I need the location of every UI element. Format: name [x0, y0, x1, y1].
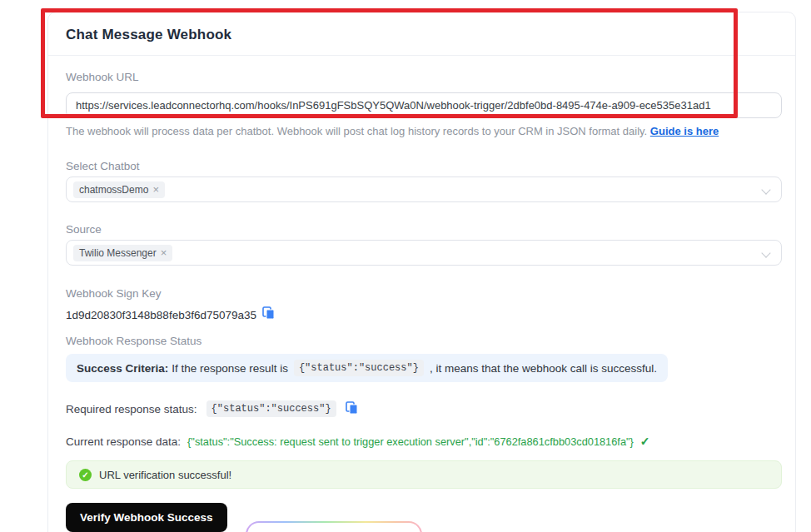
rainbow-border-panel	[246, 521, 422, 532]
criteria-bold-text: Success Criteria:	[77, 362, 168, 375]
current-response-row: Current response data: {"status":"Succes…	[66, 435, 782, 448]
chatbot-tag-label: chatmossDemo	[79, 184, 148, 196]
success-criteria-box: Success Criteria: If the response result…	[66, 354, 668, 382]
sign-key-label: Webhook Sign Key	[66, 287, 782, 300]
card-body: Webhook URL The webhook will process dat…	[48, 56, 795, 532]
guide-link[interactable]: Guide is here	[650, 125, 719, 137]
criteria-pre-text: If the response result is	[172, 362, 288, 375]
check-icon: ✓	[640, 435, 650, 448]
required-status-code: {"status":"success"}	[206, 400, 336, 417]
current-response-label: Current response data:	[66, 435, 181, 448]
criteria-post-text: , it means that the webhook call is succ…	[430, 362, 657, 375]
chatbot-tag-close-icon[interactable]: ×	[152, 184, 159, 195]
required-status-label: Required response status:	[66, 403, 197, 415]
sign-key-value: 1d9d20830f3148b88feb3f6d75079a35	[66, 309, 256, 321]
success-check-icon: ✓	[79, 469, 92, 481]
chatbot-select[interactable]: chatmossDemo×	[66, 177, 782, 202]
chatbot-tag: chatmossDemo×	[73, 181, 165, 198]
webhook-url-input[interactable]	[66, 92, 782, 118]
webhook-settings-card: Chat Message Webhook Webhook URL The web…	[47, 12, 796, 532]
current-response-value: {"status":"Success: request sent to trig…	[187, 435, 634, 448]
response-status-label: Webhook Response Status	[66, 335, 782, 347]
copy-icon[interactable]	[346, 401, 358, 417]
source-tag-label: Twilio Messenger	[79, 247, 157, 259]
source-tag-close-icon[interactable]: ×	[161, 247, 167, 258]
source-tag: Twilio Messenger×	[73, 245, 172, 261]
page: Chat Message Webhook Webhook URL The web…	[0, 0, 811, 532]
webhook-helper-text: The webhook will process data per chatbo…	[66, 125, 782, 137]
source-label: Source	[66, 223, 782, 236]
criteria-code: {"status":"success"}	[294, 360, 424, 376]
webhook-url-label: Webhook URL	[66, 71, 782, 83]
sign-key-row: 1d9d20830f3148b88feb3f6d75079a35	[66, 306, 782, 323]
verify-webhook-button[interactable]: Verify Webhook Success	[66, 503, 227, 532]
rainbow-panel-inner	[247, 523, 420, 532]
page-title: Chat Message Webhook	[66, 27, 779, 43]
url-verification-alert: ✓ URL verification successful!	[66, 460, 782, 489]
helper-text: The webhook will process data per chatbo…	[66, 125, 650, 137]
card-header: Chat Message Webhook	[48, 12, 795, 56]
required-status-row: Required response status: {"status":"suc…	[66, 400, 782, 417]
alert-text: URL verification successful!	[99, 469, 231, 481]
chevron-down-icon	[763, 250, 769, 256]
select-chatbot-label: Select Chatbot	[66, 160, 782, 172]
copy-icon[interactable]	[262, 306, 275, 323]
source-select[interactable]: Twilio Messenger×	[66, 240, 782, 266]
chevron-down-icon	[763, 186, 769, 193]
